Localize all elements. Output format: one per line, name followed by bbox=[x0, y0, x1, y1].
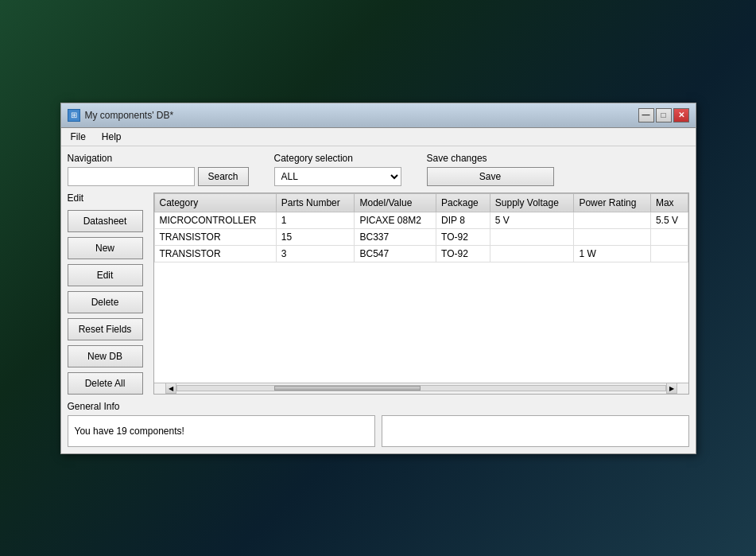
cell-power_rating-1 bbox=[574, 228, 651, 245]
main-content: Navigation Search Category selection ALL… bbox=[61, 146, 696, 453]
scrollbar-track[interactable] bbox=[176, 385, 666, 391]
sidebar: Edit Datasheet New Edit Delete Reset Fie… bbox=[68, 192, 147, 395]
col-header-package[interactable]: Package bbox=[436, 193, 490, 212]
table-container: Category Parts Number Model/Value Packag… bbox=[153, 192, 689, 395]
cell-parts_number-0: 1 bbox=[276, 212, 355, 228]
new-db-button[interactable]: New DB bbox=[68, 345, 143, 367]
delete-button[interactable]: Delete bbox=[68, 291, 143, 313]
cell-supply_voltage-2 bbox=[490, 245, 574, 262]
cell-supply_voltage-0: 5 V bbox=[490, 212, 574, 228]
cell-parts_number-2: 3 bbox=[276, 245, 355, 262]
save-label: Save changes bbox=[427, 153, 554, 164]
menu-help[interactable]: Help bbox=[95, 130, 128, 144]
cell-category-1: TRANSISTOR bbox=[154, 228, 276, 245]
cell-package-0: DIP 8 bbox=[436, 212, 490, 228]
general-info-label: General Info bbox=[68, 401, 689, 412]
cell-model_value-1: BC337 bbox=[355, 228, 436, 245]
table-scroll-wrapper[interactable]: Category Parts Number Model/Value Packag… bbox=[154, 193, 688, 383]
cell-category-2: TRANSISTOR bbox=[154, 245, 276, 262]
cell-max-1 bbox=[650, 228, 688, 245]
navigation-label: Navigation bbox=[68, 153, 249, 164]
save-group: Save changes Save bbox=[427, 153, 554, 186]
cell-category-0: MICROCONTROLLER bbox=[154, 212, 276, 228]
table-body: MICROCONTROLLER1PICAXE 08M2DIP 85 V5.5 V… bbox=[154, 212, 688, 262]
table-row[interactable]: TRANSISTOR15BC337TO-92 bbox=[154, 228, 688, 245]
col-header-parts-number[interactable]: Parts Number bbox=[276, 193, 355, 212]
delete-all-button[interactable]: Delete All bbox=[68, 372, 143, 395]
reset-fields-button[interactable]: Reset Fields bbox=[68, 318, 143, 340]
info-message-box: You have 19 components! bbox=[68, 415, 375, 447]
title-bar: ⊞ My components' DB* — □ ✕ bbox=[61, 103, 696, 128]
app-icon: ⊞ bbox=[68, 109, 80, 122]
col-header-category[interactable]: Category bbox=[154, 193, 276, 212]
general-info-row: You have 19 components! bbox=[68, 415, 689, 447]
category-group: Category selection ALL MICROCONTROLLER T… bbox=[274, 153, 401, 186]
col-header-model-value[interactable]: Model/Value bbox=[355, 193, 436, 212]
general-info-section: General Info You have 19 components! bbox=[68, 401, 689, 447]
col-header-power-rating[interactable]: Power Rating bbox=[574, 193, 651, 212]
save-button[interactable]: Save bbox=[427, 167, 554, 186]
cell-package-1: TO-92 bbox=[436, 228, 490, 245]
cell-parts_number-1: 15 bbox=[276, 228, 355, 245]
cell-model_value-0: PICAXE 08M2 bbox=[355, 212, 436, 228]
close-button[interactable]: ✕ bbox=[673, 108, 689, 122]
maximize-button[interactable]: □ bbox=[656, 108, 672, 122]
minimize-button[interactable]: — bbox=[638, 108, 654, 122]
edit-label: Edit bbox=[68, 192, 147, 204]
info-message: You have 19 components! bbox=[75, 426, 184, 437]
search-button[interactable]: Search bbox=[198, 167, 249, 186]
navigation-group: Navigation Search bbox=[68, 153, 249, 186]
cell-package-2: TO-92 bbox=[436, 245, 490, 262]
col-header-supply-voltage[interactable]: Supply Voltage bbox=[490, 193, 574, 212]
scroll-right-arrow[interactable]: ▶ bbox=[666, 383, 677, 394]
category-row: ALL MICROCONTROLLER TRANSISTOR bbox=[274, 167, 401, 186]
cell-max-0: 5.5 V bbox=[650, 212, 688, 228]
category-label: Category selection bbox=[274, 153, 401, 164]
datasheet-button[interactable]: Datasheet bbox=[68, 210, 143, 232]
navigation-row: Search bbox=[68, 167, 249, 186]
table-row[interactable]: TRANSISTOR3BC547TO-921 W bbox=[154, 245, 688, 262]
menu-bar: File Help bbox=[61, 128, 696, 146]
cell-power_rating-2: 1 W bbox=[574, 245, 651, 262]
data-table: Category Parts Number Model/Value Packag… bbox=[154, 193, 688, 262]
save-row: Save bbox=[427, 167, 554, 186]
menu-file[interactable]: File bbox=[64, 130, 92, 144]
cell-model_value-2: BC547 bbox=[355, 245, 436, 262]
scrollbar-thumb[interactable] bbox=[274, 386, 421, 391]
cell-supply_voltage-1 bbox=[490, 228, 574, 245]
horizontal-scrollbar[interactable]: ◀ ▶ bbox=[154, 383, 688, 394]
table-header-row: Category Parts Number Model/Value Packag… bbox=[154, 193, 688, 212]
col-header-max[interactable]: Max bbox=[650, 193, 688, 212]
info-extra-box bbox=[382, 415, 689, 447]
main-window: ⊞ My components' DB* — □ ✕ File Help Nav… bbox=[60, 103, 696, 454]
window-title: My components' DB* bbox=[85, 110, 174, 121]
scroll-left-arrow[interactable]: ◀ bbox=[165, 383, 176, 394]
title-bar-buttons: — □ ✕ bbox=[638, 108, 689, 122]
body-area: Edit Datasheet New Edit Delete Reset Fie… bbox=[68, 192, 689, 395]
category-select[interactable]: ALL MICROCONTROLLER TRANSISTOR bbox=[274, 167, 401, 186]
cell-max-2 bbox=[650, 245, 688, 262]
table-row[interactable]: MICROCONTROLLER1PICAXE 08M2DIP 85 V5.5 V bbox=[154, 212, 688, 228]
new-button[interactable]: New bbox=[68, 237, 143, 259]
title-bar-left: ⊞ My components' DB* bbox=[68, 109, 174, 122]
cell-power_rating-0 bbox=[574, 212, 651, 228]
edit-button[interactable]: Edit bbox=[68, 264, 143, 286]
top-controls: Navigation Search Category selection ALL… bbox=[68, 153, 689, 186]
search-input[interactable] bbox=[68, 167, 195, 186]
